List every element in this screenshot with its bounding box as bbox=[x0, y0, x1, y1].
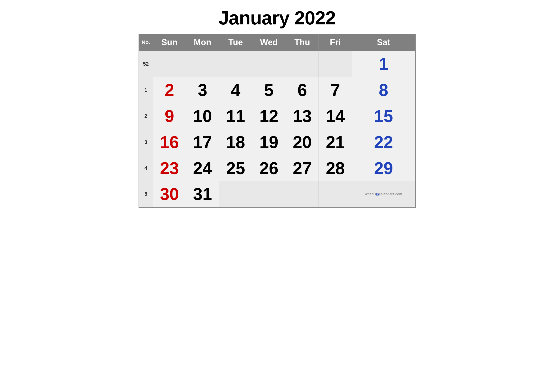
day-number: 20 bbox=[293, 133, 312, 152]
calendar-day-cell bbox=[219, 51, 252, 77]
day-number: 4 bbox=[231, 81, 240, 99]
day-number: 29 bbox=[374, 159, 393, 178]
calendar-day-cell: 16 bbox=[153, 129, 186, 155]
day-number: 7 bbox=[331, 81, 340, 99]
day-number: 30 bbox=[160, 185, 179, 203]
calendar-day-cell: 26 bbox=[252, 155, 286, 181]
day-number: 25 bbox=[226, 159, 245, 178]
header-mon: Mon bbox=[186, 34, 219, 51]
calendar-day-cell bbox=[219, 181, 252, 207]
day-number: 22 bbox=[374, 133, 393, 152]
calendar-title: January 2022 bbox=[138, 5, 416, 34]
week-number: 1 bbox=[139, 77, 153, 103]
calendar-table: No. Sun Mon Tue Wed Thu Fri Sat 52112345… bbox=[138, 34, 416, 208]
calendar-day-cell bbox=[286, 51, 319, 77]
calendar-day-cell: 5 bbox=[252, 77, 286, 103]
calendar-container: January 2022 No. Sun Mon Tue Wed Thu Fri… bbox=[138, 5, 416, 208]
day-number: 26 bbox=[259, 159, 278, 178]
calendar-day-cell: 3 bbox=[186, 77, 219, 103]
calendar-day-cell bbox=[153, 51, 186, 77]
calendar-day-cell: 30 bbox=[153, 181, 186, 207]
week-number: 3 bbox=[139, 129, 153, 155]
calendar-day-cell: 12 bbox=[252, 103, 286, 129]
calendar-week-row: 316171819202122 bbox=[139, 129, 416, 155]
calendar-day-cell: 31 bbox=[186, 181, 219, 207]
day-number: 2 bbox=[165, 81, 174, 99]
calendar-day-cell: 27 bbox=[286, 155, 319, 181]
day-number: 3 bbox=[198, 81, 207, 99]
day-number: 17 bbox=[193, 133, 212, 152]
week-number: 2 bbox=[139, 103, 153, 129]
day-number: 5 bbox=[264, 81, 274, 99]
calendar-day-cell: 25 bbox=[219, 155, 252, 181]
week-number: 5 bbox=[139, 181, 153, 207]
calendar-day-cell: 20 bbox=[286, 129, 319, 155]
calendar-body: 5211234567829101112131415316171819202122… bbox=[139, 51, 416, 207]
day-number: 31 bbox=[193, 185, 212, 203]
calendar-day-cell: 15 bbox=[352, 103, 416, 129]
day-number: 27 bbox=[293, 159, 312, 178]
calendar-day-cell bbox=[186, 51, 219, 77]
calendar-day-cell: 2 bbox=[153, 77, 186, 103]
calendar-week-row: 29101112131415 bbox=[139, 103, 416, 129]
week-number: 52 bbox=[139, 51, 153, 77]
calendar-day-cell: 24 bbox=[186, 155, 219, 181]
calendar-day-cell: 6 bbox=[286, 77, 319, 103]
header-tue: Tue bbox=[219, 34, 252, 51]
day-number: 12 bbox=[259, 107, 278, 126]
day-number: 18 bbox=[226, 133, 245, 152]
header-wed: Wed bbox=[252, 34, 286, 51]
header-fri: Fri bbox=[319, 34, 352, 51]
calendar-week-row: 53031whenisiscalendars.com bbox=[139, 181, 416, 207]
day-number: 28 bbox=[326, 159, 345, 178]
week-num-header: No. bbox=[139, 34, 153, 51]
calendar-day-cell: 9 bbox=[153, 103, 186, 129]
day-number: 16 bbox=[160, 133, 179, 152]
calendar-day-cell bbox=[252, 51, 286, 77]
calendar-day-cell: 17 bbox=[186, 129, 219, 155]
day-number: 23 bbox=[160, 159, 179, 178]
calendar-day-cell: 14 bbox=[319, 103, 352, 129]
day-number: 8 bbox=[379, 81, 388, 99]
calendar-day-cell bbox=[319, 51, 352, 77]
calendar-day-cell: whenisiscalendars.com bbox=[352, 181, 416, 207]
calendar-day-cell: 1 bbox=[352, 51, 416, 77]
calendar-day-cell: 28 bbox=[319, 155, 352, 181]
day-number: 6 bbox=[298, 81, 307, 99]
day-number: 14 bbox=[326, 107, 345, 126]
day-number: 10 bbox=[193, 107, 212, 126]
calendar-day-cell: 19 bbox=[252, 129, 286, 155]
calendar-day-cell: 7 bbox=[319, 77, 352, 103]
calendar-week-row: 12345678 bbox=[139, 77, 416, 103]
calendar-day-cell: 22 bbox=[352, 129, 416, 155]
calendar-day-cell: 23 bbox=[153, 155, 186, 181]
day-number: 15 bbox=[374, 107, 393, 126]
calendar-week-row: 423242526272829 bbox=[139, 155, 416, 181]
calendar-day-cell: 21 bbox=[319, 129, 352, 155]
day-number: 11 bbox=[226, 107, 245, 126]
header-sun: Sun bbox=[153, 34, 186, 51]
day-number: 24 bbox=[193, 159, 212, 178]
calendar-day-cell: 18 bbox=[219, 129, 252, 155]
day-number: 21 bbox=[326, 133, 345, 152]
calendar-day-cell bbox=[252, 181, 286, 207]
calendar-day-cell: 8 bbox=[352, 77, 416, 103]
calendar-day-cell: 11 bbox=[219, 103, 252, 129]
header-sat: Sat bbox=[352, 34, 416, 51]
calendar-day-cell: 10 bbox=[186, 103, 219, 129]
header-thu: Thu bbox=[286, 34, 319, 51]
day-number: 9 bbox=[165, 107, 174, 126]
calendar-day-cell: 4 bbox=[219, 77, 252, 103]
day-number: 19 bbox=[259, 133, 278, 152]
header-row: No. Sun Mon Tue Wed Thu Fri Sat bbox=[139, 34, 416, 51]
week-number: 4 bbox=[139, 155, 153, 181]
footer-link[interactable]: whenisiscalendars.com bbox=[365, 192, 402, 196]
calendar-day-cell: 29 bbox=[352, 155, 416, 181]
day-number: 13 bbox=[293, 107, 312, 126]
day-number: 1 bbox=[379, 55, 388, 73]
calendar-week-row: 521 bbox=[139, 51, 416, 77]
calendar-day-cell bbox=[319, 181, 352, 207]
calendar-day-cell: 13 bbox=[286, 103, 319, 129]
calendar-day-cell bbox=[286, 181, 319, 207]
